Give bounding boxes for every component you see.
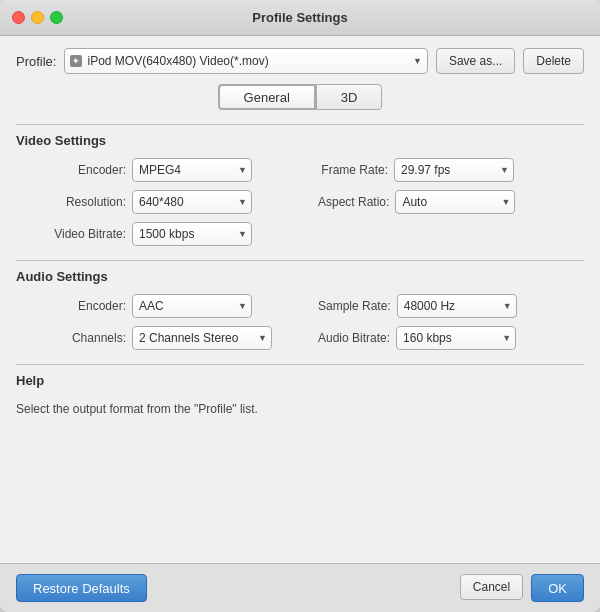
delete-button[interactable]: Delete [523,48,584,74]
audio-settings-title: Audio Settings [16,269,584,284]
profile-label: Profile: [16,54,56,69]
profile-select[interactable]: iPod MOV(640x480) Video(*.mov) [64,48,427,74]
aspect-ratio-select-wrapper: Auto 4:3 16:9 [395,190,515,214]
channels-select[interactable]: 2 Channels Stereo Mono 5.1 Surround [132,326,272,350]
restore-defaults-button[interactable]: Restore Defaults [16,574,147,602]
channels-select-wrapper: 2 Channels Stereo Mono 5.1 Surround [132,326,272,350]
encoder-label: Encoder: [36,163,126,177]
window-title: Profile Settings [252,10,347,25]
help-section: Help Select the output format from the "… [16,364,584,416]
video-bitrate-field-row: Video Bitrate: 1500 kbps 2000 kbps 3000 … [36,222,302,246]
frame-rate-select[interactable]: 29.97 fps 25 fps 30 fps 60 fps [394,158,514,182]
audio-bitrate-label: Audio Bitrate: [318,331,390,345]
profile-select-wrapper: ✦ iPod MOV(640x480) Video(*.mov) [64,48,427,74]
cancel-button[interactable]: Cancel [460,574,523,600]
audio-fields-grid: Encoder: AAC MP3 AC3 Channels: [16,294,584,350]
video-bitrate-label: Video Bitrate: [36,227,126,241]
traffic-lights [12,11,63,24]
video-settings-title: Video Settings [16,133,584,148]
sample-rate-field-row: Sample Rate: 48000 Hz 44100 Hz 22050 Hz [318,294,584,318]
save-as-button[interactable]: Save as... [436,48,515,74]
audio-bitrate-field-row: Audio Bitrate: 160 kbps 128 kbps 256 kbp… [318,326,584,350]
audio-right-col: Sample Rate: 48000 Hz 44100 Hz 22050 Hz … [318,294,584,350]
sample-rate-select[interactable]: 48000 Hz 44100 Hz 22050 Hz [397,294,517,318]
video-bitrate-select-wrapper: 1500 kbps 2000 kbps 3000 kbps [132,222,252,246]
frame-rate-field-row: Frame Rate: 29.97 fps 25 fps 30 fps 60 f… [318,158,584,182]
frame-rate-label: Frame Rate: [318,163,388,177]
audio-encoder-field-row: Encoder: AAC MP3 AC3 [36,294,302,318]
frame-rate-select-wrapper: 29.97 fps 25 fps 30 fps 60 fps [394,158,514,182]
sample-rate-label: Sample Rate: [318,299,391,313]
channels-field-row: Channels: 2 Channels Stereo Mono 5.1 Sur… [36,326,302,350]
sample-rate-select-wrapper: 48000 Hz 44100 Hz 22050 Hz [397,294,517,318]
help-title: Help [16,373,584,388]
tabs-row: General 3D [16,84,584,110]
bottom-right-buttons: Cancel OK [460,574,584,602]
video-settings-section: Video Settings Encoder: MPEG4 H.264 H.26… [16,124,584,246]
profile-row: Profile: ✦ iPod MOV(640x480) Video(*.mov… [16,48,584,74]
minimize-button[interactable] [31,11,44,24]
profile-settings-window: Profile Settings Profile: ✦ iPod MOV(640… [0,0,600,612]
audio-encoder-label: Encoder: [36,299,126,313]
audio-settings-section: Audio Settings Encoder: AAC MP3 AC3 [16,260,584,350]
tab-3d[interactable]: 3D [316,84,383,110]
video-left-col: Encoder: MPEG4 H.264 H.265 Resolution: [36,158,302,246]
maximize-button[interactable] [50,11,63,24]
channels-label: Channels: [36,331,126,345]
audio-encoder-select[interactable]: AAC MP3 AC3 [132,294,252,318]
aspect-ratio-label: Aspect Ratio: [318,195,389,209]
title-bar: Profile Settings [0,0,600,36]
aspect-ratio-field-row: Aspect Ratio: Auto 4:3 16:9 [318,190,584,214]
resolution-select-wrapper: 640*480 1280*720 1920*1080 [132,190,252,214]
audio-section-divider [16,260,584,261]
encoder-field-row: Encoder: MPEG4 H.264 H.265 [36,158,302,182]
resolution-label: Resolution: [36,195,126,209]
video-right-col: Frame Rate: 29.97 fps 25 fps 30 fps 60 f… [318,158,584,246]
aspect-ratio-select[interactable]: Auto 4:3 16:9 [395,190,515,214]
audio-left-col: Encoder: AAC MP3 AC3 Channels: [36,294,302,350]
audio-bitrate-select-wrapper: 160 kbps 128 kbps 256 kbps 320 kbps [396,326,516,350]
main-content: Profile: ✦ iPod MOV(640x480) Video(*.mov… [0,36,600,563]
audio-encoder-select-wrapper: AAC MP3 AC3 [132,294,252,318]
help-text: Select the output format from the "Profi… [16,398,584,416]
resolution-select[interactable]: 640*480 1280*720 1920*1080 [132,190,252,214]
encoder-select-wrapper: MPEG4 H.264 H.265 [132,158,252,182]
audio-bitrate-select[interactable]: 160 kbps 128 kbps 256 kbps 320 kbps [396,326,516,350]
video-section-divider [16,124,584,125]
ok-button[interactable]: OK [531,574,584,602]
tab-general[interactable]: General [218,84,316,110]
close-button[interactable] [12,11,25,24]
resolution-field-row: Resolution: 640*480 1280*720 1920*1080 [36,190,302,214]
help-section-divider [16,364,584,365]
video-fields-grid: Encoder: MPEG4 H.264 H.265 Resolution: [16,158,584,246]
encoder-select[interactable]: MPEG4 H.264 H.265 [132,158,252,182]
bottom-bar: Restore Defaults Cancel OK [0,563,600,612]
video-bitrate-select[interactable]: 1500 kbps 2000 kbps 3000 kbps [132,222,252,246]
